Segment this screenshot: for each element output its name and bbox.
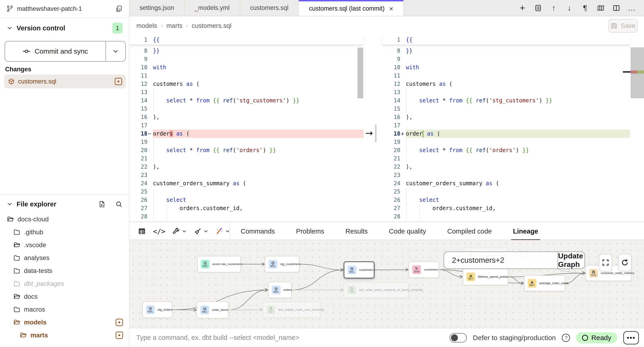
lineage-node-stg-orders[interactable]: MDLstg_orders	[142, 302, 172, 318]
map-icon[interactable]	[596, 3, 606, 13]
code-line-28[interactable]: 28	[382, 212, 630, 221]
tree-item-dbt-packages[interactable]: dbt_packages	[0, 277, 130, 290]
left-pane-scrollbar[interactable]	[358, 48, 363, 98]
code-line-8[interactable]: 8}}	[130, 47, 364, 55]
code-line-1[interactable]: 1{{	[382, 35, 630, 45]
lineage-graph[interactable]: SRCecom.raw_customersMDLstg_customersMDL…	[130, 240, 644, 328]
defer-toggle[interactable]	[449, 333, 467, 343]
broom-icon[interactable]	[192, 227, 211, 235]
panel-tab-results[interactable]: Results	[335, 222, 378, 241]
code-line-24[interactable]: 24customer_orders_summary as (	[382, 179, 630, 188]
commit-options-caret[interactable]	[106, 41, 125, 61]
code-line-22[interactable]: 22),	[382, 163, 630, 171]
breadcrumb-item-marts[interactable]: marts	[166, 22, 182, 29]
code-line-17[interactable]: 17	[130, 121, 364, 130]
plus-icon[interactable]: +	[517, 3, 528, 13]
diff-pane-original[interactable]: 8}}910with1112customers as (1314 select …	[130, 35, 364, 222]
outline-list-icon[interactable]	[533, 3, 543, 13]
code-line-26[interactable]: 26 select	[130, 196, 364, 204]
split-columns-icon[interactable]	[611, 3, 622, 13]
code-line-16[interactable]: 16),	[382, 113, 630, 121]
table-grid-icon[interactable]	[136, 227, 148, 235]
diff-pane-modified[interactable]: 8}}910with1112customers as (1314 select …	[382, 35, 630, 222]
tree-item--github[interactable]: .github	[0, 226, 130, 239]
arrow-down-icon[interactable]: ↓	[564, 3, 574, 13]
code-line-10[interactable]: 10with	[130, 63, 364, 71]
code-line-15[interactable]: 15	[130, 105, 364, 113]
code-line-21[interactable]: 21	[382, 154, 630, 163]
tree-item--vscode[interactable]: .vscode	[0, 239, 130, 252]
save-button[interactable]: Save	[608, 19, 638, 33]
tree-item-data-tests[interactable]: data-tests	[0, 264, 130, 277]
arrow-up-icon[interactable]: ↑	[549, 3, 559, 13]
code-line-12[interactable]: 12customers as (	[130, 80, 364, 88]
new-file-icon[interactable]	[98, 200, 106, 208]
more-options-button[interactable]: •••	[623, 331, 639, 345]
commit-and-sync-button[interactable]: Commit and sync	[4, 41, 126, 62]
code-line-8[interactable]: 8}}	[382, 47, 630, 55]
code-line-18-del[interactable]: 18−orders as (	[130, 130, 364, 138]
update-graph-button[interactable]: Update Graph	[558, 252, 584, 269]
tree-item-marts[interactable]: marts	[0, 329, 130, 342]
panel-tab-code-quality[interactable]: Code quality	[378, 222, 436, 241]
panel-tab-problems[interactable]: Problems	[286, 222, 335, 241]
lineage-node-stg-customers[interactable]: MDLstg_customers	[265, 256, 300, 273]
code-line-9[interactable]: 9	[382, 55, 630, 63]
wrench-icon[interactable]	[170, 227, 189, 235]
tab-customers-sql[interactable]: customers.sql	[240, 0, 299, 16]
code-line-23[interactable]: 23	[130, 171, 364, 179]
diff-overview-ruler[interactable]	[630, 35, 644, 222]
refresh-graph-button[interactable]	[618, 254, 632, 271]
code-line-9[interactable]: 9	[130, 55, 364, 63]
apply-change-arrow[interactable]: →	[365, 127, 380, 141]
panel-tab-commands[interactable]: Commands	[230, 222, 286, 241]
code-line-25[interactable]: 25	[130, 188, 364, 196]
tree-item-docs-cloud[interactable]: docs-cloud	[0, 213, 130, 226]
code-line-22[interactable]: 22),	[130, 163, 364, 171]
version-control-header[interactable]: Version control 1	[0, 18, 129, 38]
breadcrumb-item-customers-sql[interactable]: customers.sql	[192, 22, 232, 29]
code-line-20[interactable]: 20 select * from {{ ref('orders') }}	[130, 146, 364, 154]
code-line-11[interactable]: 11	[382, 71, 630, 80]
lineage-node-customers-model[interactable]: MDLcustomers	[344, 261, 374, 279]
code-line-19[interactable]: 19	[130, 138, 364, 146]
tree-item-models[interactable]: models	[0, 316, 130, 329]
code-line-21[interactable]: 21	[130, 154, 364, 163]
code-line-17[interactable]: 17	[382, 121, 630, 130]
lineage-node-test-order-items[interactable]: TSTtest_order_items_compute_to_bools_cor…	[344, 282, 408, 298]
help-icon[interactable]: ?	[562, 334, 570, 342]
tab--models-yml[interactable]: _models.yml	[184, 0, 240, 16]
pilcrow-icon[interactable]: ¶	[580, 3, 590, 13]
changed-file-customers-sql[interactable]: customers.sql	[4, 74, 126, 88]
copy-icon[interactable]	[115, 5, 122, 12]
tree-item-docs[interactable]: docs	[0, 290, 130, 303]
tree-item-analyses[interactable]: analyses	[0, 252, 130, 264]
lineage-node-average-order-value[interactable]: METaverage_order_value	[524, 275, 566, 291]
lineage-node-test-supply-costs[interactable]: TSTtest_supply_costs_sum_correctly	[263, 302, 320, 318]
lineage-node-order-items[interactable]: MDLorder_items	[197, 302, 228, 319]
magic-wand-icon[interactable]	[213, 227, 233, 235]
close-icon[interactable]: ×	[389, 5, 394, 13]
code-line-16[interactable]: 16),	[130, 113, 364, 121]
panel-tab-compiled-code[interactable]: Compiled code	[437, 222, 502, 241]
code-line-18-add[interactable]: 18+order as (	[382, 130, 630, 138]
code-line-14[interactable]: 14 select * from {{ ref('stg_customers')…	[382, 96, 630, 105]
code-line-12[interactable]: 12customers as (	[382, 80, 630, 88]
code-line-25[interactable]: 25	[382, 188, 630, 196]
code-line-14[interactable]: 14 select * from {{ ref('stg_customers')…	[130, 96, 364, 105]
tab-customers-sql-last-commit-[interactable]: customers.sql (last commit)×	[299, 0, 404, 16]
code-line-13[interactable]: 13	[130, 88, 364, 96]
code-line-11[interactable]: 11	[130, 71, 364, 80]
lineage-selector-input[interactable]	[444, 252, 558, 269]
tab-settings-json[interactable]: settings.json	[130, 0, 184, 16]
breadcrumb-item-models[interactable]: models	[136, 22, 157, 29]
fullscreen-button[interactable]	[599, 254, 612, 271]
ellipsis-icon[interactable]: …	[627, 3, 637, 13]
code-line-26[interactable]: 26 select	[382, 196, 630, 204]
code-line-10[interactable]: 10with	[382, 63, 630, 71]
code-line-24[interactable]: 24customer_orders_summary as (	[130, 179, 364, 188]
lineage-node-lifetime-spend-pretax[interactable]: METlifetime_spend_pretax	[463, 268, 508, 285]
lineage-node-orders[interactable]: MDLorders	[268, 282, 292, 298]
panel-tab-lineage[interactable]: Lineage	[502, 222, 549, 241]
lineage-node-customers-semantic[interactable]: SEMcustomers	[408, 261, 439, 278]
